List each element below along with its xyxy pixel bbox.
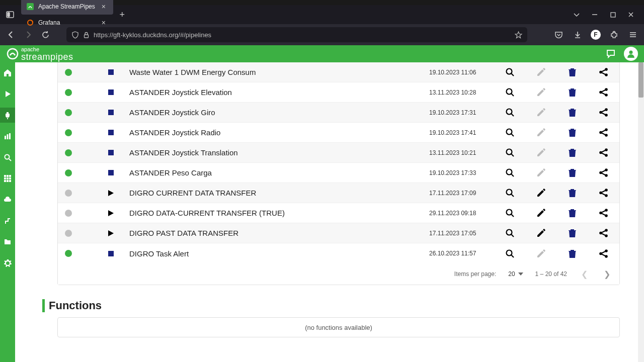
pipeline-date: 17.11.2023 17:09 <box>429 190 505 197</box>
delete-icon[interactable] <box>567 108 577 118</box>
share-icon[interactable] <box>598 67 608 77</box>
sidebar-search[interactable] <box>0 150 15 165</box>
share-icon[interactable] <box>598 128 608 138</box>
stop-button[interactable] <box>107 89 114 96</box>
tab-favicon <box>26 19 34 27</box>
stop-button[interactable] <box>107 129 114 136</box>
account-icon[interactable] <box>624 47 638 61</box>
pipeline-row: ASTANDER Joystick Giro 19.10.2023 17:31 <box>58 103 619 123</box>
forward-button[interactable] <box>22 29 34 41</box>
svg-point-57 <box>506 149 512 155</box>
search-icon[interactable] <box>505 67 515 77</box>
share-icon[interactable] <box>598 108 608 118</box>
delete-icon[interactable] <box>567 148 577 158</box>
pipeline-row: Waste Water 1 DWM Energy Consum 19.10.20… <box>58 62 619 82</box>
tab-close-icon[interactable]: × <box>99 19 108 27</box>
share-icon[interactable] <box>598 168 608 178</box>
tab-overview-icon[interactable] <box>572 11 582 18</box>
play-button[interactable] <box>107 230 114 237</box>
svg-rect-24 <box>7 177 9 179</box>
status-indicator <box>65 129 72 136</box>
new-tab-button[interactable]: + <box>115 10 129 20</box>
share-icon[interactable] <box>598 208 608 218</box>
edit-icon <box>536 67 546 77</box>
svg-line-91 <box>602 234 605 236</box>
share-icon[interactable] <box>598 188 608 198</box>
edit-icon[interactable] <box>536 188 546 198</box>
delete-icon[interactable] <box>567 188 577 198</box>
sidebar-robot[interactable] <box>0 213 15 228</box>
pipeline-row: ASTANDER Joystick Translation 13.11.2023… <box>58 143 619 163</box>
search-icon[interactable] <box>505 208 515 218</box>
tab-close-icon[interactable]: × <box>99 3 108 11</box>
delete-icon[interactable] <box>567 87 577 98</box>
svg-rect-23 <box>4 177 6 179</box>
play-button[interactable] <box>107 210 114 217</box>
page-size-select[interactable]: 20 <box>508 270 523 278</box>
search-icon[interactable] <box>505 108 515 118</box>
window-minimize-icon[interactable] <box>590 11 600 18</box>
sidebar-home[interactable] <box>0 65 15 80</box>
delete-icon[interactable] <box>567 128 577 138</box>
delete-icon[interactable] <box>567 208 577 218</box>
edit-icon[interactable] <box>536 208 546 218</box>
pocket-icon[interactable] <box>552 29 565 41</box>
sidebar-settings[interactable] <box>0 255 15 270</box>
svg-line-48 <box>602 110 605 112</box>
search-icon[interactable] <box>505 128 515 138</box>
stop-button[interactable] <box>107 149 114 156</box>
window-maximize-icon[interactable] <box>608 11 618 18</box>
edit-icon <box>536 148 546 158</box>
delete-icon[interactable] <box>567 168 577 178</box>
search-icon[interactable] <box>505 188 515 198</box>
delete-icon[interactable] <box>567 67 577 77</box>
sidebar-files[interactable] <box>0 234 15 249</box>
svg-line-98 <box>602 254 605 256</box>
menu-icon[interactable] <box>627 29 639 41</box>
stop-button[interactable] <box>107 169 114 176</box>
sidebar-connect[interactable] <box>0 108 15 123</box>
extensions-icon[interactable] <box>608 29 620 41</box>
paginator-next[interactable]: ❯ <box>602 269 612 279</box>
pipeline-date: 29.11.2023 09:18 <box>429 210 505 217</box>
url-bar[interactable]: https://gft-kyklos.duckdns.org/#/pipelin… <box>66 27 527 42</box>
edit-icon[interactable] <box>536 228 546 238</box>
pipeline-name: Waste Water 1 DWM Energy Consum <box>129 68 429 76</box>
search-icon[interactable] <box>505 87 515 98</box>
sidebar-toggle-icon[interactable] <box>3 8 17 22</box>
stop-button[interactable] <box>107 69 114 76</box>
search-icon[interactable] <box>505 148 515 158</box>
sidebar-cloud[interactable] <box>0 192 15 207</box>
svg-line-97 <box>602 251 605 253</box>
delete-icon[interactable] <box>567 228 577 238</box>
play-button[interactable] <box>107 190 114 197</box>
share-icon[interactable] <box>598 148 608 158</box>
sidebar-dashboard[interactable] <box>0 129 15 144</box>
share-icon[interactable] <box>598 228 608 238</box>
svg-line-90 <box>602 231 605 233</box>
share-icon[interactable] <box>598 248 608 258</box>
sidebar-play[interactable] <box>0 86 15 102</box>
window-close-icon[interactable] <box>626 11 636 18</box>
paginator-prev[interactable]: ❮ <box>579 269 590 279</box>
share-icon[interactable] <box>598 87 608 98</box>
browser-navbar: https://gft-kyklos.duckdns.org/#/pipelin… <box>0 24 644 45</box>
logo[interactable]: apache streampipes <box>6 47 73 61</box>
pipeline-name: DIGRO CURRENT DATA TRANSFER <box>129 189 429 197</box>
scrollbar[interactable] <box>638 62 644 362</box>
sidebar-apps[interactable] <box>0 171 15 186</box>
stop-button[interactable] <box>107 250 114 257</box>
search-icon[interactable] <box>505 248 515 258</box>
bookmark-icon[interactable] <box>515 31 522 39</box>
back-button[interactable] <box>5 29 17 41</box>
stop-button[interactable] <box>107 109 114 116</box>
reload-button[interactable] <box>39 29 51 41</box>
search-icon[interactable] <box>505 228 515 238</box>
browser-tab[interactable]: Apache StreamPipes × <box>21 0 113 15</box>
delete-icon[interactable] <box>567 248 577 258</box>
profile-icon[interactable]: F <box>591 30 601 40</box>
search-icon[interactable] <box>505 168 515 178</box>
downloads-icon[interactable] <box>572 29 584 41</box>
chat-icon[interactable] <box>604 47 618 61</box>
svg-line-51 <box>511 134 514 137</box>
